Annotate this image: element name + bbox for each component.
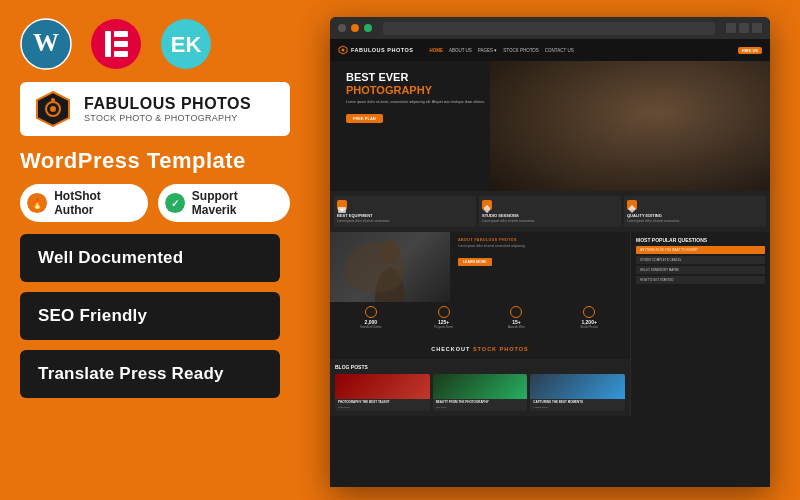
author-badges-row: 🔥 HotShot Author ✓ Support Maverik: [20, 184, 290, 222]
brand-logo-icon: [34, 90, 72, 128]
elementor-icon: [90, 18, 142, 70]
nav-cta-btn[interactable]: HIRE US: [738, 47, 762, 54]
blog-post-3-title: CAPTURING THE BEST MOMENTS: [533, 401, 622, 405]
browser-dot-yellow: [351, 24, 359, 32]
stat-photos: 1,200+ Stock Photos: [554, 306, 624, 329]
hero-title: BEST EVERPHOTOGRAPHY: [346, 71, 754, 97]
faq-column: MOST POPULAR QUESTIONS ANYTHING ELSE YOU…: [630, 232, 770, 416]
mockup-features-strip: BEST EQUIPMENT Lorem ipsum dolor sit ame…: [330, 191, 770, 232]
hotshot-author-label: HotShot Author: [54, 189, 135, 217]
faq-title: MOST POPULAR QUESTIONS: [636, 237, 765, 243]
brand-text: FABULOUS PHOTOS STOCK PHOTO & PHOTOGRAPH…: [84, 95, 251, 123]
faq-item-4[interactable]: HOW TO GET STARTED: [636, 276, 765, 284]
stat-clients-label: Satisfied Clients: [360, 325, 382, 329]
left-col: ABOUT FABULOUS PHOTOS Lorem ipsum dolor …: [330, 232, 630, 416]
right-panel: FABULOUS PHOTOS HOME ABOUT US PAGES ▾ ST…: [310, 0, 800, 500]
about-text: Lorem ipsum dolor sit amet consectetur a…: [458, 244, 622, 249]
brand-subtitle: STOCK PHOTO & PHOTOGRAPHY: [84, 113, 251, 123]
blog-post-2-title: BEAUTY FROM THE PHOTOGRAPHY: [436, 401, 525, 405]
hotshot-icon: 🔥: [27, 192, 47, 214]
blog-posts: PHOTOGRAPHY THE BEST TALENT June 2023 BE…: [335, 374, 625, 411]
hero-subtitle: Lorem ipsum dolor sit amet, consectetur …: [346, 100, 506, 105]
stat-awards-label: Awards Won: [508, 325, 525, 329]
nav-link-about[interactable]: ABOUT US: [449, 48, 472, 53]
stat-awards-icon: [510, 306, 522, 318]
support-icon: ✓: [165, 192, 185, 214]
studio-title: STUDIO SESSIONS: [482, 213, 618, 218]
blog-post-1-content: PHOTOGRAPHY THE BEST TALENT June 2023: [335, 399, 430, 411]
svg-text:EK: EK: [171, 32, 202, 57]
blog-post-3-image: [530, 374, 625, 399]
person-silhouette: [370, 237, 410, 302]
plugin-icons-row: W EK: [20, 18, 290, 70]
blog-post-2-image: [433, 374, 528, 399]
equipment-text: Lorem ipsum dolor sit amet consectetur.: [337, 219, 473, 223]
translate-press-btn[interactable]: Translate Press Ready: [20, 350, 280, 398]
seo-friendly-btn[interactable]: SEO Friendly: [20, 292, 280, 340]
well-documented-btn[interactable]: Well Documented: [20, 234, 280, 282]
svg-point-13: [51, 98, 55, 102]
envato-icon: EK: [160, 18, 212, 70]
blog-post-1-title: PHOTOGRAPHY THE BEST TALENT: [338, 401, 427, 405]
svg-rect-6: [114, 41, 128, 47]
faq-item-3[interactable]: HELLO SOMEBODY MAYBE: [636, 266, 765, 274]
blog-section: BLOG POSTS PHOTOGRAPHY THE BEST TALENT J…: [330, 359, 630, 416]
editing-title: QUALITY EDITING: [627, 213, 763, 218]
faq-item-2[interactable]: STUDIO COMPLETE CANCEL: [636, 256, 765, 264]
browser-mockup: FABULOUS PHOTOS HOME ABOUT US PAGES ▾ ST…: [330, 17, 770, 487]
blog-post-2-meta: July 2023: [436, 406, 525, 409]
stat-projects-label: Projects Done: [434, 325, 453, 329]
blog-post-2[interactable]: BEAUTY FROM THE PHOTOGRAPHY July 2023: [433, 374, 528, 411]
blog-post-2-content: BEAUTY FROM THE PHOTOGRAPHY July 2023: [433, 399, 528, 411]
nav-links: HOME ABOUT US PAGES ▾ STOCK PHOTOS CONTA…: [429, 48, 573, 53]
stat-projects-icon: [438, 306, 450, 318]
browser-dot-green: [364, 24, 372, 32]
svg-rect-4: [105, 31, 111, 57]
mockup-nav: FABULOUS PHOTOS HOME ABOUT US PAGES ▾ ST…: [330, 39, 770, 61]
stock-label: CHECKOUT STOCK PHOTOS: [431, 346, 529, 352]
editing-text: Lorem ipsum dolor sit amet consectetur.: [627, 219, 763, 223]
support-maverik-badge[interactable]: ✓ Support Maverik: [158, 184, 290, 222]
stat-clients: 2,000 Satisfied Clients: [336, 306, 406, 329]
about-cta-btn[interactable]: LEARN MORE: [458, 258, 492, 266]
stock-section: CHECKOUT STOCK PHOTOS: [330, 333, 630, 359]
mockup-hero: BEST EVERPHOTOGRAPHY Lorem ipsum dolor s…: [330, 61, 770, 191]
svg-text:🔥: 🔥: [31, 197, 44, 210]
about-content: ABOUT FABULOUS PHOTOS Lorem ipsum dolor …: [450, 232, 630, 302]
left-panel: W EK: [0, 0, 310, 500]
browser-bar: [330, 17, 770, 39]
blog-post-1[interactable]: PHOTOGRAPHY THE BEST TALENT June 2023: [335, 374, 430, 411]
nav-link-pages[interactable]: PAGES ▾: [478, 48, 497, 53]
wp-template-label: WordPress Template: [20, 148, 290, 174]
blog-post-3[interactable]: CAPTURING THE BEST MOMENTS August 2023: [530, 374, 625, 411]
svg-marker-25: [628, 205, 636, 213]
blog-post-3-meta: August 2023: [533, 406, 622, 409]
feature-equipment: BEST EQUIPMENT Lorem ipsum dolor sit ame…: [334, 196, 476, 227]
stats-row: 2,000 Satisfied Clients 125+ Projects Do…: [330, 302, 630, 333]
nav-link-home[interactable]: HOME: [429, 48, 443, 53]
svg-point-21: [341, 209, 344, 212]
browser-url-bar: [383, 22, 715, 35]
nav-link-stock[interactable]: STOCK PHOTOS: [503, 48, 539, 53]
stat-photos-label: Stock Photos: [580, 325, 598, 329]
feature-studio: STUDIO SESSIONS Lorem ipsum dolor sit am…: [479, 196, 621, 227]
equipment-title: BEST EQUIPMENT: [337, 213, 473, 218]
blog-post-1-meta: June 2023: [338, 406, 427, 409]
svg-rect-7: [114, 51, 128, 57]
svg-point-12: [50, 106, 56, 112]
svg-point-19: [342, 49, 345, 52]
blog-title: BLOG POSTS: [335, 364, 625, 370]
mid-section: ABOUT FABULOUS PHOTOS Lorem ipsum dolor …: [330, 232, 770, 416]
nav-link-contact[interactable]: CONTACT US: [545, 48, 574, 53]
stat-projects: 125+ Projects Done: [409, 306, 479, 329]
support-maverik-label: Support Maverik: [192, 189, 278, 217]
faq-item-1[interactable]: ANYTHING ELSE YOU WANT TO KNOW?: [636, 246, 765, 254]
brand-title: FABULOUS PHOTOS: [84, 95, 251, 113]
about-label: ABOUT FABULOUS PHOTOS: [458, 238, 622, 242]
hero-cta-btn[interactable]: FREE PLAN: [346, 114, 383, 123]
blog-post-3-content: CAPTURING THE BEST MOMENTS August 2023: [530, 399, 625, 411]
hotshot-author-badge[interactable]: 🔥 HotShot Author: [20, 184, 148, 222]
studio-icon: [482, 200, 492, 210]
svg-text:W: W: [33, 28, 59, 57]
blog-post-1-image: [335, 374, 430, 399]
